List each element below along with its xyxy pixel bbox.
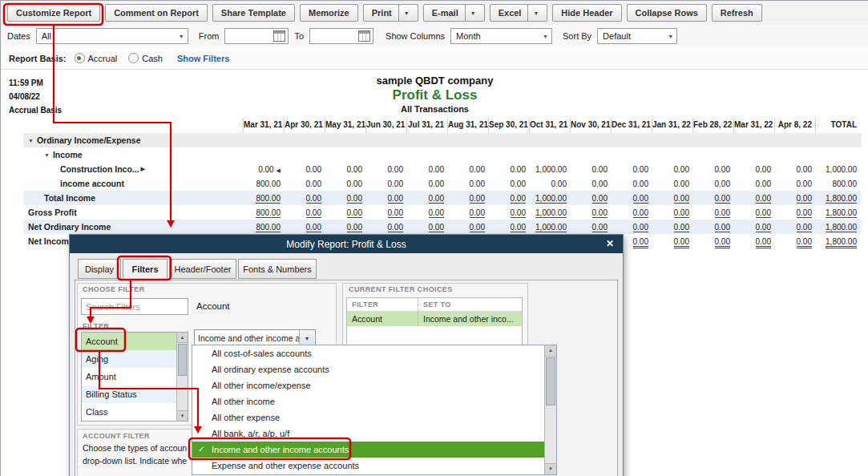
column-header: Nov 30, 21 [570,119,611,132]
filter-list-item[interactable]: Aging [82,350,177,368]
report-value-cell: 0.00 [447,165,488,174]
report-value-cell: 0.00 [406,223,447,232]
chevron-down-icon: ▼ [179,34,184,39]
report-value-cell: 0.00 [570,165,611,174]
sort-by-dropdown[interactable]: Default ▼ [597,28,677,44]
dropdown-scrollbar[interactable]: ▲ ▼ [544,345,556,474]
current-filter-choices-label: CURRENT FILTER CHOICES [349,285,453,293]
dropdown-option[interactable]: All ordinary expense accounts [192,361,545,377]
report-value-cell: 1,000.00 [529,223,570,232]
accrual-radio[interactable] [75,53,85,63]
row-label: Gross Profit [28,208,77,217]
print-button[interactable]: Print ▼ [363,4,418,22]
account-dropdown-list: All cost-of-sales accountsAll ordinary e… [192,345,557,475]
dropdown-option[interactable]: ✓Income and other income accounts [192,442,545,458]
memorize-button[interactable]: Memorize [300,4,358,22]
tab-display[interactable]: Display [78,259,121,279]
account-filter-label: ACCOUNT FILTER [83,432,150,440]
scroll-down-icon[interactable]: ▼ [177,410,188,421]
row-label: Total Income [44,193,95,203]
dropdown-option[interactable]: All bank, a/r, a/p, u/f [192,426,545,442]
show-filters-link[interactable]: Show Filters [177,54,229,63]
customize-report-button[interactable]: Customize Report [7,4,100,22]
report-value-cell: 0.00 [774,208,815,217]
report-value-cell: 0.00 [570,194,611,203]
report-value-cell: 0.00 [652,223,692,232]
filter-list-item[interactable]: Billing Status [82,385,177,403]
hide-header-button[interactable]: Hide Header [552,4,621,22]
search-filters-input[interactable] [81,298,188,315]
report-value-cell: 0.00 [611,180,652,188]
to-date-input[interactable] [309,28,373,44]
filter-list-scrollbar[interactable]: ▲ ▼ [176,333,188,421]
current-filter-row[interactable]: AccountIncome and other inco... [347,312,522,326]
cash-radio[interactable] [128,53,139,63]
scroll-up-icon[interactable]: ▲ [545,345,556,357]
report-value-cell: 0.00 [325,194,365,203]
report-value-cell: 0.00 [488,180,529,188]
dropdown-option[interactable]: All other expense [192,409,545,426]
collapse-rows-button[interactable]: Collapse Rows [627,4,707,22]
close-icon[interactable]: ✕ [604,237,616,250]
dialog-titlebar[interactable]: Modify Report: Profit & Loss ✕ [70,235,623,253]
column-header-spacer [25,119,243,132]
excel-button[interactable]: Excel ▼ [490,4,548,22]
scrollbar-thumb[interactable] [178,344,187,376]
report-value-cell: 0.00 [406,165,447,174]
dropdown-option[interactable]: All cost-of-sales accounts [192,345,545,361]
report-value-cell: 0.00 [611,165,652,174]
qbdt-window: Customize Report Comment on Report Share… [0,0,868,476]
comment-on-report-button[interactable]: Comment on Report [105,4,208,22]
chevron-down-icon[interactable]: ▼ [465,5,476,21]
chevron-down-icon: ▼ [543,34,548,39]
chevron-down-icon[interactable]: ▼ [299,330,314,346]
calendar-icon[interactable] [358,30,370,42]
collapse-triangle-icon[interactable]: ▼ [44,152,50,158]
filter-list-item[interactable]: Class [82,403,177,421]
expand-right-icon[interactable]: ▶ [141,166,145,172]
filter-list-item[interactable]: Account [82,333,177,350]
dropdown-option[interactable]: All other income [192,393,545,409]
report-header: sample QBDT company Profit & Loss All Tr… [1,75,868,114]
report-basis-bar: Report Basis: Accrual Cash Show Filters [1,47,868,70]
scroll-up-icon[interactable]: ▲ [177,333,188,343]
show-columns-dropdown[interactable]: Month ▼ [450,28,552,44]
report-value-cell: 0.00 [365,180,406,188]
column-header: Apr 8, 22 [774,119,815,132]
report-value-cell: 0.00 [570,180,611,188]
calendar-icon[interactable] [273,30,285,42]
tab-filters[interactable]: Filters [123,259,168,279]
tab-fonts-numbers[interactable]: Fonts & Numbers [238,259,317,279]
tab-header-footer[interactable]: Header/Footer [169,259,236,279]
report-value-cell: 0.00 [570,208,611,217]
collapse-triangle-icon[interactable]: ▼ [28,138,34,143]
refresh-button[interactable]: Refresh [712,4,762,22]
dates-dropdown[interactable]: All ▼ [36,28,188,44]
current-filter-table-header: FILTER SET TO [347,298,522,312]
dropdown-option[interactable]: All other income/expense [192,377,545,393]
report-row: Total Income800.000.000.000.000.000.000.… [23,191,862,205]
share-template-button[interactable]: Share Template [212,4,295,22]
report-row: Construction Inco...▶0.00◀0.000.000.000.… [23,162,862,176]
chevron-down-icon[interactable]: ▼ [398,5,410,21]
account-filter-help-line1: Choose the types of accoun [83,443,187,453]
dialog-title: Modify Report: Profit & Loss [286,239,406,250]
filter-column-header: FILTER [347,301,418,309]
email-label: E-mail [432,8,458,18]
report-value-cell: 0.00 [774,223,815,232]
row-label: Net Income [28,236,74,246]
report-value-cell: 0.00 [284,165,325,174]
sort-by-label: Sort By [563,31,591,41]
scroll-down-icon[interactable]: ▼ [545,463,556,474]
from-date-input[interactable] [224,28,289,44]
dropdown-option[interactable]: Expense and other expense accounts [192,458,545,474]
filter-list-label: FILTER [83,322,109,330]
email-button[interactable]: E-mail ▼ [423,4,485,22]
filter-list-item[interactable]: Amount [82,368,177,385]
report-value-cell: 0.00 [652,237,692,246]
current-filter-set-to: Income and other inco... [418,312,522,326]
report-value-cell: 0.00 [774,194,815,203]
scrollbar-thumb[interactable] [546,357,555,405]
chevron-down-icon[interactable]: ▼ [527,5,539,21]
column-header: Oct 31, 21 [529,119,570,132]
